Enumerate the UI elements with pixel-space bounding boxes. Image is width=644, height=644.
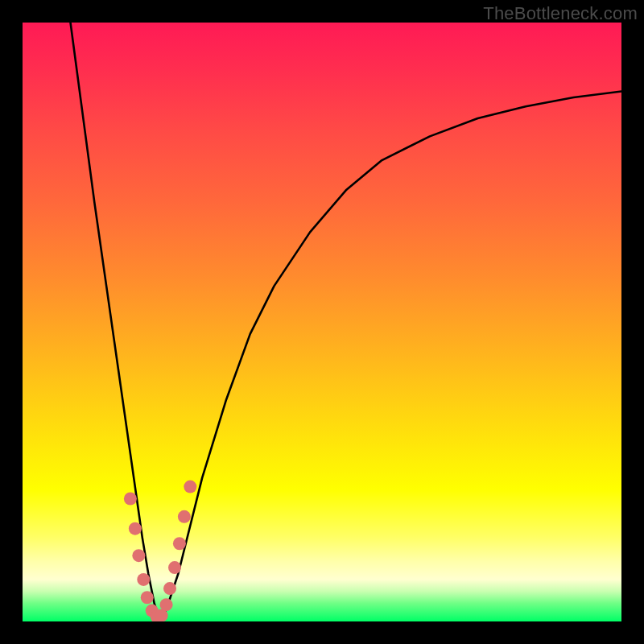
plot-area	[23, 23, 621, 621]
watermark-text: TheBottleneck.com	[483, 3, 638, 24]
highlight-dot	[173, 537, 186, 550]
highlight-dot	[132, 549, 145, 562]
bottleneck-curve	[71, 23, 621, 621]
chart-svg	[23, 23, 621, 621]
highlight-dot	[141, 591, 154, 604]
highlight-dot	[129, 522, 142, 535]
highlight-dot	[124, 492, 137, 505]
highlight-dot	[168, 561, 181, 574]
highlight-dot	[163, 582, 176, 595]
outer-frame: TheBottleneck.com	[0, 0, 644, 644]
highlight-dots-group	[124, 481, 196, 621]
highlight-dot	[137, 573, 150, 586]
highlight-dot	[160, 598, 173, 611]
highlight-dot	[178, 510, 191, 523]
highlight-dot	[184, 481, 196, 493]
